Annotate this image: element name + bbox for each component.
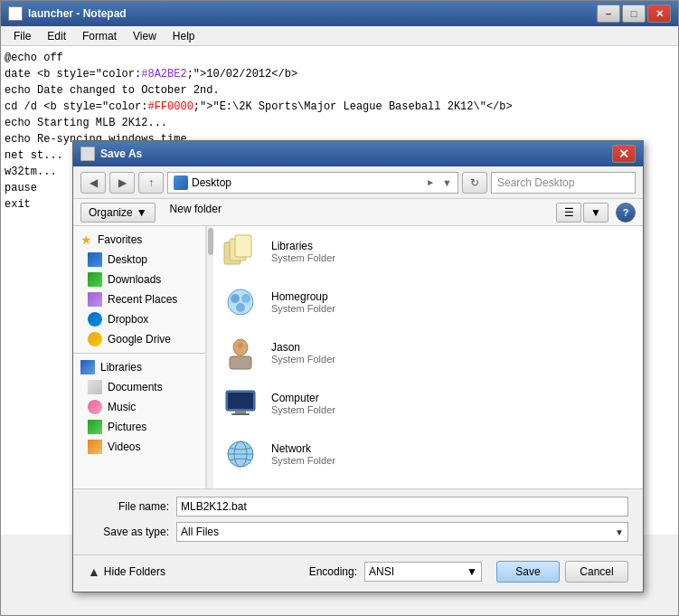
filename-row: File name:	[88, 497, 628, 516]
notepad-title: launcher - Notepad	[28, 7, 597, 20]
savetype-select[interactable]: All Files ▼	[176, 522, 628, 542]
action-buttons: Save Cancel	[496, 561, 628, 583]
libraries-file-name: Libraries	[271, 240, 636, 252]
sidebar-favorites-header: ★ Favorites	[73, 230, 205, 250]
dialog-footer: ▲ Hide Folders Encoding: ANSI ▼ Save Can…	[73, 554, 643, 588]
computer-file-icon	[221, 384, 260, 423]
sidebar-downloads-label: Downloads	[108, 273, 161, 286]
file-item-computer[interactable]: Computer System Folder	[213, 378, 643, 429]
computer-svg-icon	[222, 385, 259, 422]
dialog-sidebar: ★ Favorites Desktop Downloads Recent Pla…	[73, 226, 206, 488]
sidebar-item-downloads[interactable]: Downloads	[73, 270, 205, 289]
save-button[interactable]: Save	[496, 561, 560, 583]
computer-file-name: Computer	[271, 392, 636, 404]
dropbox-icon	[88, 312, 102, 327]
content-line-1: @echo off	[5, 50, 674, 66]
encoding-row: Encoding: ANSI ▼	[309, 562, 482, 582]
svg-rect-11	[228, 393, 253, 409]
network-file-icon	[221, 434, 260, 474]
notepad-window-controls: – □ ✕	[597, 5, 671, 23]
view-dropdown-button[interactable]: ▼	[583, 203, 608, 223]
svg-point-4	[231, 294, 240, 303]
search-placeholder: Search Desktop	[497, 176, 574, 189]
file-item-jason[interactable]: Jason System Folder	[213, 327, 643, 378]
forward-button[interactable]: ▶	[109, 172, 135, 194]
dialog-close-button[interactable]: ✕	[612, 145, 636, 163]
up-button[interactable]: ↑	[138, 172, 164, 194]
sidebar-item-desktop[interactable]: Desktop	[73, 250, 205, 270]
sidebar-desktop-label: Desktop	[108, 253, 147, 266]
notepad-titlebar: launcher - Notepad – □ ✕	[1, 1, 678, 26]
computer-file-info: Computer System Folder	[271, 392, 636, 415]
sidebar-item-documents[interactable]: Documents	[73, 377, 205, 397]
menu-format[interactable]: Format	[75, 28, 124, 44]
menu-view[interactable]: View	[126, 28, 164, 44]
hide-folders-label: Hide Folders	[104, 565, 165, 578]
dialog-titlebar: Save As ✕	[73, 141, 643, 166]
hide-folders-icon: ▲	[88, 564, 100, 579]
sidebar-divider	[73, 353, 205, 354]
file-item-homegroup[interactable]: Homegroup System Folder	[213, 277, 643, 327]
sidebar-pictures-label: Pictures	[108, 421, 146, 433]
address-folder-icon	[174, 175, 188, 190]
filename-input[interactable]	[176, 497, 628, 516]
sidebar-item-pictures[interactable]: Pictures	[73, 417, 205, 437]
sidebar-libraries-header: Libraries	[73, 357, 205, 377]
menu-edit[interactable]: Edit	[40, 28, 73, 44]
sidebar-item-videos[interactable]: Videos	[73, 437, 205, 457]
address-bar[interactable]: Desktop ► ▼	[167, 172, 458, 194]
savetype-label: Save as type:	[88, 526, 169, 538]
sidebar-music-label: Music	[108, 401, 136, 413]
view-toggle-button[interactable]: ☰	[556, 203, 581, 223]
gdrive-icon	[88, 332, 102, 346]
network-file-name: Network	[271, 442, 636, 455]
sidebar-item-recent[interactable]: Recent Places	[73, 289, 205, 309]
hide-folders-button[interactable]: ▲ Hide Folders	[88, 564, 165, 579]
notepad-menubar: File Edit Format View Help	[1, 26, 678, 46]
encoding-dropdown-arrow: ▼	[467, 565, 477, 578]
footer-right: Encoding: ANSI ▼ Save Cancel	[309, 561, 628, 583]
downloads-icon	[88, 272, 102, 287]
content-line-3: echo Date changed to October 2nd.	[5, 82, 674, 99]
sidebar-scrollbar-thumb	[208, 228, 213, 255]
address-text: Desktop	[192, 176, 422, 189]
network-file-type: System Folder	[271, 455, 636, 466]
minimize-button[interactable]: –	[597, 5, 620, 23]
jason-file-name: Jason	[271, 341, 636, 354]
content-line-5: echo Starting MLB 2K12...	[5, 115, 674, 131]
organize-button[interactable]: Organize ▼	[80, 203, 156, 223]
pictures-icon	[88, 420, 102, 434]
back-button[interactable]: ◀	[80, 172, 106, 194]
dialog-content-area[interactable]: Libraries System Folder Homegroup Syst	[213, 226, 643, 488]
encoding-select[interactable]: ANSI ▼	[364, 562, 482, 582]
homegroup-file-icon	[221, 282, 260, 322]
encoding-value: ANSI	[369, 565, 394, 578]
jason-file-info: Jason System Folder	[271, 341, 636, 365]
libraries-label: Libraries	[100, 361, 142, 374]
menu-help[interactable]: Help	[165, 28, 203, 44]
sidebar-wrapper: ★ Favorites Desktop Downloads Recent Pla…	[73, 226, 213, 488]
videos-icon	[88, 440, 102, 454]
sidebar-scrollbar[interactable]	[206, 226, 213, 488]
search-box[interactable]: Search Desktop	[491, 172, 636, 194]
help-button[interactable]: ?	[616, 203, 636, 223]
dialog-bottom: File name: Save as type: All Files ▼	[73, 488, 643, 554]
sidebar-item-gdrive[interactable]: Google Drive	[73, 329, 205, 349]
address-dropdown-arrow[interactable]: ▼	[442, 177, 452, 188]
new-folder-button[interactable]: New folder	[163, 203, 229, 223]
notepad-close-button[interactable]: ✕	[647, 5, 671, 23]
favorites-label: Favorites	[98, 233, 142, 246]
menu-file[interactable]: File	[6, 28, 38, 44]
sidebar-item-dropbox[interactable]: Dropbox	[73, 309, 205, 329]
sidebar-item-music[interactable]: Music	[73, 397, 205, 417]
dialog-nav-toolbar: ◀ ▶ ↑ Desktop ► ▼ ↻ Search Desktop	[73, 166, 643, 199]
savetype-dropdown-arrow: ▼	[615, 527, 624, 537]
maximize-button[interactable]: □	[622, 5, 646, 23]
cancel-button[interactable]: Cancel	[565, 561, 628, 583]
svg-rect-12	[235, 411, 246, 413]
file-item-network[interactable]: Network System Folder	[213, 429, 643, 479]
libraries-file-info: Libraries System Folder	[271, 240, 636, 263]
file-item-libraries[interactable]: Libraries System Folder	[213, 226, 643, 277]
refresh-button[interactable]: ↻	[462, 172, 487, 194]
favorites-star-icon: ★	[80, 232, 92, 247]
